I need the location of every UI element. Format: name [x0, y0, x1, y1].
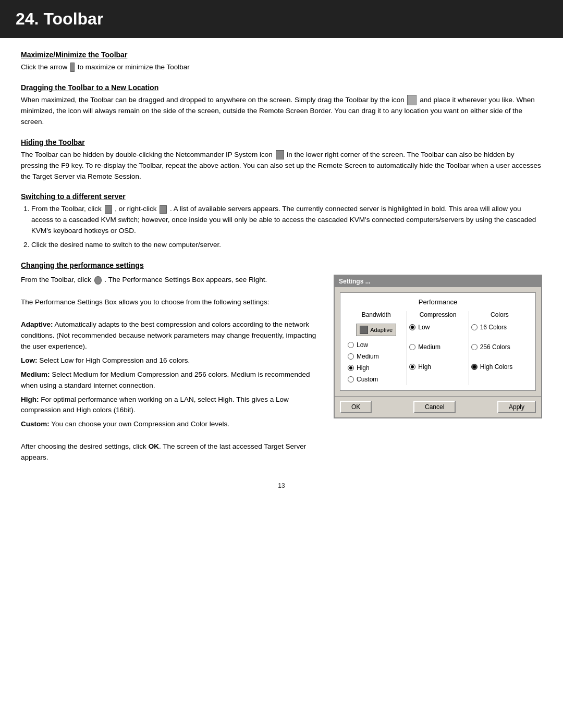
color-high-label: High Colors — [480, 363, 513, 371]
switching-list: From the Toolbar, click , or right-click… — [21, 204, 542, 251]
apply-button[interactable]: Apply — [497, 401, 536, 413]
bw-medium-row[interactable]: Medium — [348, 353, 405, 360]
click-icon-2 — [160, 205, 167, 214]
page-header: 24. Toolbar — [0, 0, 563, 38]
bw-custom-radio[interactable] — [348, 376, 354, 382]
bw-low-radio[interactable] — [348, 342, 354, 348]
comp-medium-row[interactable]: Medium — [409, 343, 466, 351]
netcommander-icon — [276, 150, 284, 159]
color-256-label: 256 Colors — [480, 343, 510, 351]
adaptive-btn[interactable]: Adaptive — [356, 324, 396, 336]
bw-high-label: High — [357, 364, 370, 372]
perf-medium: Medium: Select Medium for Medium Compres… — [21, 369, 318, 391]
adaptive-icon — [360, 326, 368, 334]
drag-icon — [407, 95, 417, 105]
section-switching: Switching to a different server From the… — [21, 192, 542, 251]
settings-inner: Performance Bandwidth Adaptive — [340, 292, 536, 391]
comp-high-radio[interactable] — [409, 364, 415, 370]
perf-grid: Bandwidth Adaptive Low — [348, 311, 528, 385]
bandwidth-header: Bandwidth — [362, 311, 391, 318]
settings-body: Performance Bandwidth Adaptive — [335, 287, 541, 396]
comp-medium-label: Medium — [418, 343, 440, 351]
comp-low-radio[interactable] — [409, 324, 415, 330]
bw-medium-radio[interactable] — [348, 353, 354, 360]
divider-1 — [407, 311, 407, 385]
section-dragging-text: When maximized, the Toolbar can be dragg… — [21, 95, 542, 128]
section-hiding: Hiding the Toolbar The Toolbar can be hi… — [21, 138, 542, 182]
color-16-radio[interactable] — [471, 324, 478, 330]
perf-low: Low: Select Low for High Compression and… — [21, 355, 318, 366]
bw-high-radio[interactable] — [348, 365, 354, 371]
performance-outro: After choosing the desired settings, cli… — [21, 441, 318, 463]
comp-high-label: High — [418, 363, 431, 371]
arrow-icon — [70, 63, 75, 72]
switching-item-1: From the Toolbar, click , or right-click… — [31, 204, 542, 237]
performance-intro: From the Toolbar, click . The Performanc… — [21, 275, 318, 286]
performance-left: From the Toolbar, click . The Performanc… — [21, 275, 318, 466]
section-maximize-title: Maximize/Minimize the Toolbar — [21, 51, 542, 59]
divider-2 — [469, 311, 469, 385]
comp-medium-radio[interactable] — [409, 344, 415, 350]
colors-col: Colors 16 Colors 256 Co — [471, 311, 528, 385]
performance-two-col: From the Toolbar, click . The Performanc… — [21, 275, 542, 466]
perf-custom: Custom: You can choose your own Compress… — [21, 419, 318, 430]
color-high-row[interactable]: High Colors — [471, 363, 528, 371]
color-16-label: 16 Colors — [480, 324, 507, 331]
page-number: 13 — [0, 482, 563, 489]
section-dragging-title: Dragging the Toolbar to a New Location — [21, 83, 542, 92]
settings-titlebar: Settings ... — [335, 276, 541, 287]
settings-buttons: OK Cancel Apply — [335, 396, 541, 417]
page-title: 24. Toolbar — [16, 9, 547, 29]
bw-high-row[interactable]: High — [348, 364, 405, 372]
section-hiding-text: The Toolbar can be hidden by double-clic… — [21, 150, 542, 182]
color-256-radio[interactable] — [471, 344, 478, 350]
bw-medium-label: Medium — [357, 353, 379, 360]
comp-low-label: Low — [418, 324, 430, 331]
ok-button[interactable]: OK — [340, 401, 372, 413]
section-switching-title: Switching to a different server — [21, 192, 542, 201]
colors-header: Colors — [491, 311, 509, 318]
comp-high-row[interactable]: High — [409, 363, 466, 371]
perf-title: Performance — [348, 298, 528, 306]
section-performance: Changing the performance settings From t… — [21, 261, 542, 466]
bw-low-row[interactable]: Low — [348, 341, 405, 349]
compression-header: Compression — [420, 311, 457, 318]
section-maximize-text: Click the arrow to maximize or minimize … — [21, 62, 542, 73]
performance-right: Settings ... Performance Bandwidth — [334, 275, 542, 466]
bw-custom-row[interactable]: Custom — [348, 376, 405, 383]
settings-dialog: Settings ... Performance Bandwidth — [334, 275, 542, 418]
compression-col: Compression Low Medium — [409, 311, 466, 385]
section-performance-title: Changing the performance settings — [21, 261, 542, 269]
switching-item-2: Click the desired name to switch to the … — [31, 240, 542, 251]
performance-desc: The Performance Settings Box allows you … — [21, 297, 318, 308]
cancel-button[interactable]: Cancel — [413, 401, 456, 413]
settings-title: Settings ... — [339, 278, 371, 285]
bw-low-label: Low — [357, 341, 368, 349]
section-hiding-title: Hiding the Toolbar — [21, 138, 542, 146]
bandwidth-col: Bandwidth Adaptive Low — [348, 311, 405, 385]
color-256-row[interactable]: 256 Colors — [471, 343, 528, 351]
color-16-row[interactable]: 16 Colors — [471, 324, 528, 331]
click-icon-1 — [105, 205, 112, 214]
perf-high: High: For optimal performance when worki… — [21, 394, 318, 416]
section-dragging: Dragging the Toolbar to a New Location W… — [21, 83, 542, 128]
perf-icon — [94, 276, 102, 285]
perf-adaptive: Adaptive: Automatically adapts to the be… — [21, 319, 318, 352]
adaptive-label: Adaptive — [370, 327, 393, 333]
bw-custom-label: Custom — [357, 376, 378, 383]
color-high-radio[interactable] — [471, 364, 478, 370]
section-maximize: Maximize/Minimize the Toolbar Click the … — [21, 51, 542, 73]
comp-low-row[interactable]: Low — [409, 324, 466, 331]
